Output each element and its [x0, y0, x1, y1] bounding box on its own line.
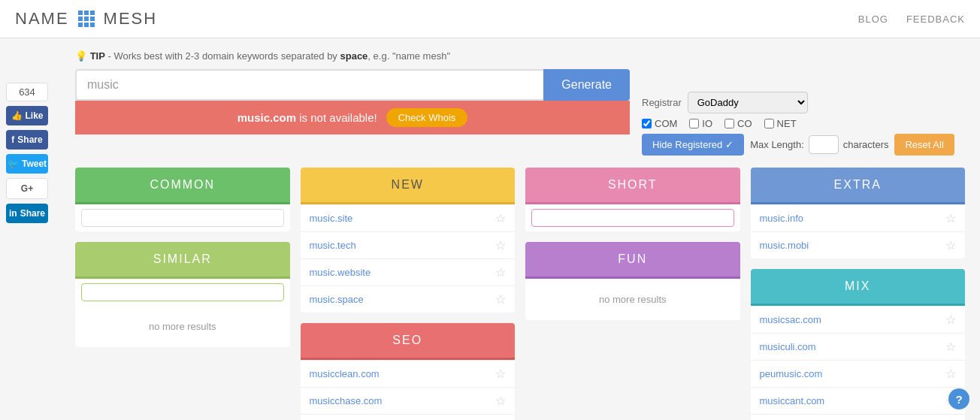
hide-registered-label: Hide Registered [652, 139, 722, 150]
feedback-link[interactable]: FEEDBACK [906, 14, 965, 25]
fun-no-results: no more results [525, 279, 740, 320]
tld-co-label: CO [737, 118, 752, 129]
common-search [75, 204, 290, 231]
star-icon[interactable]: ☆ [495, 292, 506, 307]
star-icon[interactable]: ☆ [495, 394, 506, 408]
list-item: music.site ☆ [301, 204, 516, 231]
facebook-share-button[interactable]: f Share [6, 130, 48, 150]
logo-grid-icon [78, 11, 95, 27]
mix-section: MIX musicsac.com ☆ musiculi.com ☆ peumus… [751, 269, 966, 420]
star-icon[interactable]: ☆ [495, 265, 506, 279]
domain-link[interactable]: music.tech [310, 240, 356, 251]
common-section: COMMON [75, 168, 290, 231]
max-length-label: Max Length: [750, 139, 804, 150]
tld-co[interactable]: CO [724, 118, 752, 129]
list-item: music.space ☆ [301, 286, 516, 313]
blog-link[interactable]: BLOG [858, 14, 888, 25]
thumbs-up-icon: 👍 [11, 110, 23, 121]
star-icon[interactable]: ☆ [945, 238, 956, 252]
similar-header: SIMILAR [75, 242, 290, 276]
domain-link[interactable]: musicclean.com [310, 368, 380, 379]
domain-link[interactable]: musicsac.com [760, 314, 821, 325]
domain-link[interactable]: musiccant.com [760, 395, 825, 406]
domain-link[interactable]: music.mobi [760, 240, 809, 251]
tld-com-checkbox[interactable] [642, 119, 652, 128]
registrar-select[interactable]: GoDaddy Namecheap Name.com [688, 92, 808, 113]
max-length-input[interactable] [809, 135, 839, 154]
social-sidebar: 634 👍 Like f Share 🐦 Tweet G+ in Share [0, 75, 54, 231]
star-icon[interactable]: ☆ [495, 211, 506, 225]
list-item: musicsac.com ☆ [751, 306, 966, 333]
list-item: music.tech ☆ [301, 231, 516, 258]
similar-search-input[interactable] [81, 283, 284, 301]
check-whois-button[interactable]: Check Whois [386, 108, 468, 127]
domain-link[interactable]: music.site [310, 213, 353, 224]
tld-net[interactable]: NET [764, 118, 797, 129]
star-icon[interactable]: ☆ [945, 211, 956, 225]
tld-com-label: COM [655, 118, 677, 129]
main-content: 💡 TIP - Works best with 2-3 domain keywo… [60, 38, 980, 420]
tld-io-label: IO [702, 118, 712, 129]
col-short-fun: SHORT FUN no more results [525, 168, 740, 420]
availability-bar: music.com is not available! Check Whois [75, 101, 630, 134]
star-icon[interactable]: ☆ [495, 238, 506, 252]
actions-row: Hide Registered ✓ Max Length: characters… [642, 134, 965, 156]
seo-section: SEO musicclean.com ☆ musicchase.com ☆ bu… [301, 323, 516, 420]
star-icon[interactable]: ☆ [495, 367, 506, 381]
hide-registered-button[interactable]: Hide Registered ✓ [642, 134, 744, 156]
registrar-column: Registrar GoDaddy Namecheap Name.com COM… [642, 69, 965, 156]
tip-bar: 💡 TIP - Works best with 2-3 domain keywo… [75, 50, 965, 62]
tld-net-checkbox[interactable] [764, 119, 774, 128]
fun-section: FUN no more results [525, 242, 740, 320]
list-item: musicchase.com ☆ [301, 387, 516, 414]
similar-section: SIMILAR no more results [75, 242, 290, 347]
help-button[interactable]: ? [948, 388, 969, 409]
characters-label: characters [843, 139, 889, 150]
list-item: music.info ☆ [751, 204, 966, 231]
generate-button[interactable]: Generate [543, 69, 630, 101]
logo: NAME MESH [15, 9, 157, 29]
logo-name-text: NAME [15, 9, 69, 29]
tld-io-checkbox[interactable] [689, 119, 699, 128]
new-section: NEW music.site ☆ music.tech ☆ music.webs… [301, 168, 516, 313]
domain-link[interactable]: music.space [310, 294, 364, 305]
domain-link[interactable]: musicchase.com [310, 395, 383, 406]
star-icon[interactable]: ☆ [945, 367, 956, 381]
max-length-area: Max Length: characters [750, 135, 888, 154]
short-search-input[interactable] [531, 209, 734, 227]
domain-link[interactable]: music.website [310, 267, 371, 278]
tip-highlight: space [340, 50, 368, 62]
list-item: musiculi.com ☆ [751, 333, 966, 360]
list-item: peumusic.com ☆ [751, 360, 966, 387]
gplus-button[interactable]: G+ [6, 178, 48, 199]
list-item: musiccant.com ☆ [751, 387, 966, 414]
tweet-button[interactable]: 🐦 Tweet [6, 154, 48, 174]
unavailable-domain: music.com is not available! [237, 111, 377, 124]
short-header: SHORT [525, 168, 740, 202]
tld-io[interactable]: IO [689, 118, 712, 129]
tld-com[interactable]: COM [642, 118, 677, 129]
seo-header: SEO [301, 323, 516, 358]
domain-link[interactable]: music.info [760, 213, 804, 224]
linkedin-share-button[interactable]: in Share [6, 204, 48, 223]
new-header: NEW [301, 168, 516, 202]
reset-all-button[interactable]: Reset All [894, 134, 954, 156]
star-icon[interactable]: ☆ [945, 313, 956, 327]
tip-text: - Works best with 2-3 domain keywords se… [105, 50, 340, 62]
tip-label: TIP [90, 50, 105, 62]
domain-link[interactable]: peumusic.com [760, 368, 823, 379]
social-count: 634 [6, 83, 48, 101]
tld-co-checkbox[interactable] [724, 119, 734, 128]
common-search-input[interactable] [81, 209, 284, 227]
star-icon[interactable]: ☆ [945, 340, 956, 354]
logo-mesh-text: MESH [104, 9, 158, 29]
list-item: musicclean.com ☆ [301, 360, 516, 387]
domain-link[interactable]: musiculi.com [760, 341, 816, 352]
like-button[interactable]: 👍 Like [6, 106, 48, 125]
search-input[interactable] [75, 69, 543, 101]
search-area: Generate [75, 69, 630, 101]
top-area: Generate music.com is not available! Che… [75, 69, 965, 156]
tip-example: , e.g. "name mesh" [368, 50, 450, 62]
list-item: music.mobi ☆ [751, 231, 966, 258]
fun-header: FUN [525, 242, 740, 276]
